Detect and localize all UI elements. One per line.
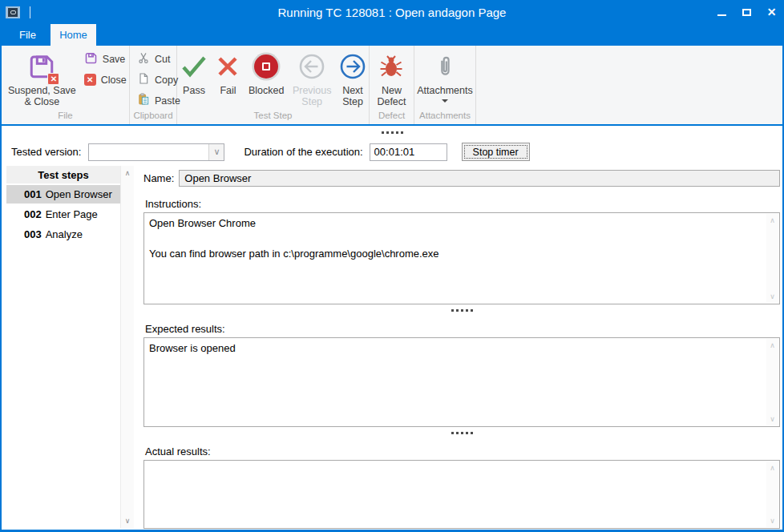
paperclip-icon xyxy=(436,50,454,83)
suspend-save-close-button[interactable]: ✕ Suspend, Save & Close xyxy=(8,46,76,111)
clipboard-icon xyxy=(137,93,150,108)
expected-results-textarea[interactable]: Browser is opened xyxy=(144,338,766,426)
instructions-textarea[interactable]: Open Browser Chrome You can find browser… xyxy=(144,213,766,304)
step-item-002[interactable]: 002 Enter Page xyxy=(6,205,120,224)
cut-button[interactable]: Cut xyxy=(137,52,180,66)
execution-toolbar: Tested version: ∨ Duration of the execut… xyxy=(2,126,782,164)
previous-step-button[interactable]: Previous Step xyxy=(293,46,332,111)
duration-label: Duration of the execution: xyxy=(244,146,362,158)
main-area: Test steps 001 Open Browser 002 Enter Pa… xyxy=(2,164,782,530)
actual-scrollbar[interactable]: ∧ ∨ xyxy=(766,461,778,527)
combobox-dropdown-button[interactable]: ∨ xyxy=(208,144,224,160)
ribbon-group-test-step: Pass Fail Blocked xyxy=(177,46,370,124)
app-window: Running TC 128081 : Open andagon Page ✕ … xyxy=(0,0,784,532)
group-label-file: File xyxy=(2,111,129,124)
ribbon-group-file: ✕ Suspend, Save & Close Save xyxy=(2,46,130,124)
duration-input[interactable] xyxy=(370,143,447,161)
scissors-icon xyxy=(137,51,150,66)
splitter-handle[interactable] xyxy=(143,309,780,312)
stop-circle-icon xyxy=(254,54,278,79)
blocked-button[interactable]: Blocked xyxy=(249,46,284,111)
actual-results-textarea[interactable] xyxy=(144,461,766,528)
check-icon xyxy=(180,50,208,83)
paste-button[interactable]: Paste xyxy=(137,94,180,107)
ribbon-group-defect: New Defect Defect xyxy=(370,46,414,124)
red-x-badge-icon: ✕ xyxy=(47,73,59,85)
chevron-down-icon: ∨ xyxy=(213,147,220,157)
splitter-handle[interactable] xyxy=(2,131,782,134)
step-name-input[interactable] xyxy=(179,170,780,187)
tested-version-value xyxy=(89,144,208,160)
new-defect-button[interactable]: New Defect xyxy=(377,46,406,111)
splitter-handle[interactable] xyxy=(143,432,780,434)
copy-button[interactable]: Copy xyxy=(137,73,180,87)
ribbon-group-attachments: Attachments Attachments xyxy=(414,46,476,124)
name-label: Name: xyxy=(143,172,174,184)
save-button[interactable]: Save xyxy=(84,52,127,66)
floppy-disk-x-icon: ✕ xyxy=(27,50,56,83)
group-label-clipboard: Clipboard xyxy=(130,111,176,124)
expected-results-box: Browser is opened ∧ ∨ xyxy=(143,337,780,427)
group-label-defect: Defect xyxy=(370,111,414,124)
step-item-003[interactable]: 003 Analyze xyxy=(6,225,120,244)
tested-version-label: Tested version: xyxy=(11,146,81,158)
circle-arrow-right-icon xyxy=(340,50,366,83)
tab-file[interactable]: File xyxy=(5,24,51,46)
stop-timer-button[interactable]: Stop timer xyxy=(462,143,530,161)
scroll-up-icon[interactable]: ∧ xyxy=(770,214,775,227)
window-title: Running TC 128081 : Open andagon Page xyxy=(0,6,784,19)
tab-home[interactable]: Home xyxy=(51,24,96,46)
step-item-001[interactable]: 001 Open Browser xyxy=(6,185,120,204)
actual-results-label: Actual results: xyxy=(145,445,780,457)
tested-version-combobox[interactable]: ∨ xyxy=(88,143,224,161)
copy-document-icon xyxy=(137,72,150,87)
group-label-test-step: Test Step xyxy=(177,111,369,124)
scroll-down-icon[interactable]: ∨ xyxy=(770,290,775,303)
dropdown-caret-icon xyxy=(442,99,448,103)
title-bar: Running TC 128081 : Open andagon Page ✕ xyxy=(0,0,784,24)
actual-results-box: ∧ ∨ xyxy=(143,460,780,529)
scroll-up-icon[interactable]: ∧ xyxy=(770,339,775,352)
bug-icon xyxy=(378,50,404,83)
next-step-button[interactable]: Next Step xyxy=(340,46,366,111)
instructions-box: Open Browser Chrome You can find browser… xyxy=(143,212,780,304)
steps-scrollbar[interactable]: ∧ ∨ xyxy=(120,166,134,528)
test-steps-panel: Test steps 001 Open Browser 002 Enter Pa… xyxy=(6,166,135,530)
ribbon: ✕ Suspend, Save & Close Save xyxy=(0,46,784,126)
test-steps-list: Test steps 001 Open Browser 002 Enter Pa… xyxy=(6,166,120,530)
instructions-scrollbar[interactable]: ∧ ∨ xyxy=(766,214,778,303)
attachments-button[interactable]: Attachments xyxy=(417,46,472,111)
ribbon-tab-row: File Home xyxy=(0,24,784,46)
ribbon-group-clipboard: Cut Copy xyxy=(130,46,177,124)
expected-results-label: Expected results: xyxy=(145,323,780,335)
pass-button[interactable]: Pass xyxy=(180,46,208,111)
fail-button[interactable]: Fail xyxy=(216,46,240,111)
scroll-down-icon[interactable]: ∨ xyxy=(770,413,775,425)
close-ribbon-button[interactable]: ✕ Close xyxy=(84,73,127,87)
group-label-attachments: Attachments xyxy=(414,111,475,124)
scroll-down-icon[interactable]: ∨ xyxy=(770,514,775,527)
scroll-down-icon[interactable]: ∨ xyxy=(125,514,131,528)
test-steps-header: Test steps xyxy=(6,166,120,183)
x-mark-icon xyxy=(216,50,240,83)
instructions-label: Instructions: xyxy=(145,198,780,210)
expected-scrollbar[interactable]: ∧ ∨ xyxy=(766,339,778,425)
circle-arrow-left-icon xyxy=(299,50,325,83)
scroll-up-icon[interactable]: ∧ xyxy=(770,461,775,474)
step-detail: Name: Instructions: Open Browser Chrome … xyxy=(143,164,780,530)
red-x-icon: ✕ xyxy=(84,74,96,86)
scroll-up-icon[interactable]: ∧ xyxy=(125,166,131,180)
floppy-disk-icon xyxy=(84,51,98,67)
